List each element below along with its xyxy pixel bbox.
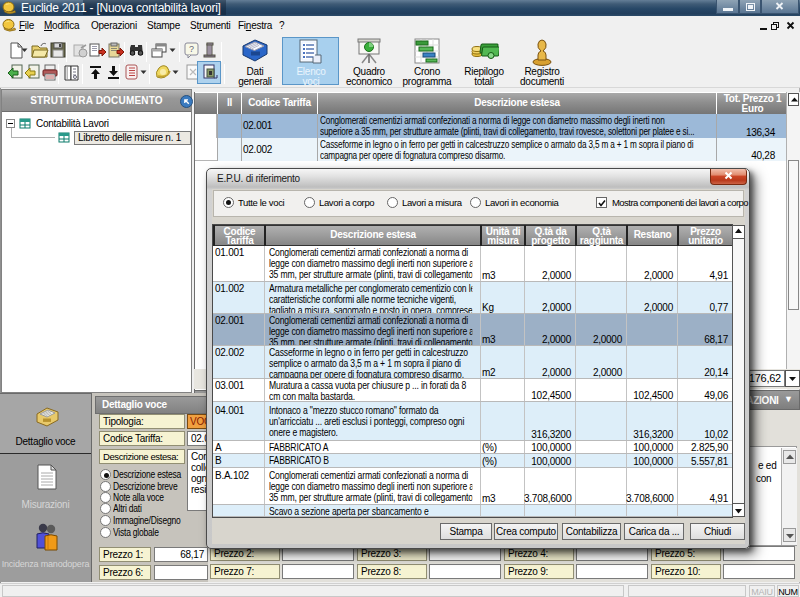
svg-text:?: ? [189,44,194,54]
